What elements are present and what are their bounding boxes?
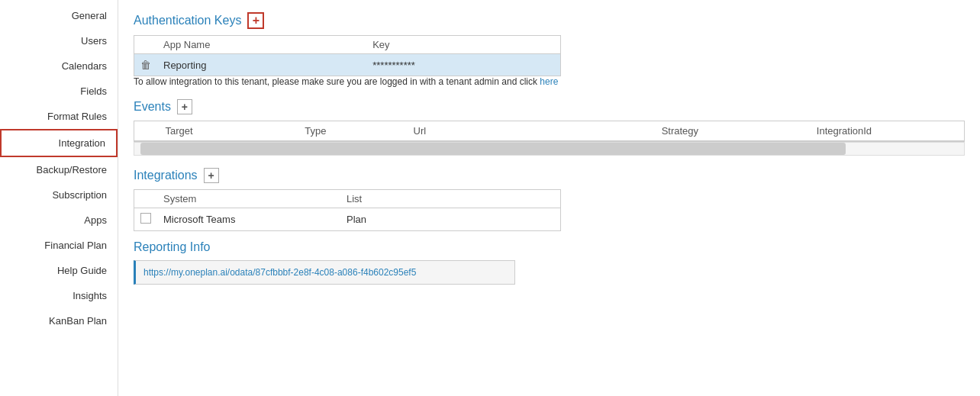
sidebar-item-kanban-plan[interactable]: KanBan Plan bbox=[0, 308, 118, 333]
events-col-type: Type bbox=[297, 121, 405, 141]
events-header-row: Target Type Url Strategy IntegrationId bbox=[134, 121, 964, 141]
sidebar-item-financial-plan[interactable]: Financial Plan bbox=[0, 233, 118, 258]
auth-keys-row: 🗑 Reporting *********** bbox=[134, 54, 560, 76]
integrations-title: Integrations bbox=[134, 169, 198, 182]
auth-keys-col-appname: App Name bbox=[157, 36, 366, 54]
add-auth-key-button[interactable]: + bbox=[247, 12, 264, 29]
auth-keys-section-header: Authentication Keys + bbox=[134, 12, 965, 29]
integrations-table: System List Microsoft Teams Plan bbox=[134, 190, 560, 230]
sidebar-item-help-guide[interactable]: Help Guide bbox=[0, 258, 118, 283]
add-event-button[interactable]: + bbox=[177, 99, 192, 114]
reporting-url[interactable]: https://my.oneplan.ai/odata/87cfbbbf-2e8… bbox=[134, 260, 515, 285]
reporting-info-section: Reporting Info https://my.oneplan.ai/oda… bbox=[134, 240, 965, 285]
auth-keys-info: To allow integration to this tenant, ple… bbox=[134, 76, 965, 87]
sidebar-item-calendars[interactable]: Calendars bbox=[0, 53, 118, 79]
sidebar-item-fields[interactable]: Fields bbox=[0, 79, 118, 104]
auth-key-value: *********** bbox=[366, 54, 560, 76]
tenant-admin-link[interactable]: here bbox=[540, 76, 558, 87]
events-title: Events bbox=[134, 100, 171, 114]
sidebar-item-integration[interactable]: Integration bbox=[0, 129, 118, 157]
events-col-target: Target bbox=[157, 121, 297, 141]
events-scrollbar[interactable] bbox=[134, 142, 965, 156]
reporting-info-header: Reporting Info bbox=[134, 240, 965, 254]
integrations-header-row: System List bbox=[134, 190, 560, 208]
integrations-row: Microsoft Teams Plan bbox=[134, 208, 560, 231]
sidebar-item-general[interactable]: General bbox=[0, 3, 118, 28]
sidebar-item-format-rules[interactable]: Format Rules bbox=[0, 104, 118, 129]
sidebar-item-subscription[interactable]: Subscription bbox=[0, 182, 118, 208]
integrations-col-system: System bbox=[157, 190, 340, 208]
reporting-info-title: Reporting Info bbox=[134, 240, 211, 254]
auth-keys-col-checkbox bbox=[134, 36, 157, 54]
auth-keys-table: App Name Key 🗑 Reporting *********** bbox=[134, 36, 560, 76]
integrations-section-header: Integrations + bbox=[134, 168, 965, 183]
sidebar-item-backup-restore[interactable]: Backup/Restore bbox=[0, 157, 118, 182]
sidebar: General Users Calendars Fields Format Ru… bbox=[0, 0, 118, 396]
auth-keys-title: Authentication Keys bbox=[134, 14, 241, 27]
integrations-col-list: List bbox=[340, 190, 560, 208]
events-section-header: Events + bbox=[134, 99, 965, 114]
integrations-checkbox-cell bbox=[134, 208, 157, 231]
sidebar-item-apps[interactable]: Apps bbox=[0, 208, 118, 233]
events-col-strategy: Strategy bbox=[654, 121, 809, 141]
sidebar-item-users[interactable]: Users bbox=[0, 28, 118, 53]
auth-key-appname: Reporting bbox=[157, 54, 366, 76]
events-col-url: Url bbox=[406, 121, 654, 141]
integrations-list: Plan bbox=[340, 208, 560, 231]
events-table: Target Type Url Strategy IntegrationId bbox=[134, 121, 964, 141]
auth-keys-col-key: Key bbox=[366, 36, 560, 54]
events-scrollbar-thumb bbox=[140, 143, 846, 155]
delete-auth-key-icon[interactable]: 🗑 bbox=[140, 59, 151, 71]
events-col-checkbox bbox=[134, 121, 157, 141]
integrations-checkbox[interactable] bbox=[140, 213, 151, 224]
auth-key-delete-cell: 🗑 bbox=[134, 54, 157, 76]
events-table-container: Target Type Url Strategy IntegrationId bbox=[134, 121, 965, 142]
integrations-col-checkbox bbox=[134, 190, 157, 208]
integrations-system: Microsoft Teams bbox=[157, 208, 340, 231]
integrations-table-container: System List Microsoft Teams Plan bbox=[134, 189, 561, 231]
events-col-integrationid: IntegrationId bbox=[809, 121, 964, 141]
sidebar-item-insights[interactable]: Insights bbox=[0, 283, 118, 308]
main-content: Authentication Keys + App Name Key 🗑 Rep… bbox=[118, 0, 980, 396]
auth-keys-header-row: App Name Key bbox=[134, 36, 560, 54]
auth-keys-table-container: App Name Key 🗑 Reporting *********** bbox=[134, 35, 561, 76]
add-integration-button[interactable]: + bbox=[204, 168, 219, 183]
